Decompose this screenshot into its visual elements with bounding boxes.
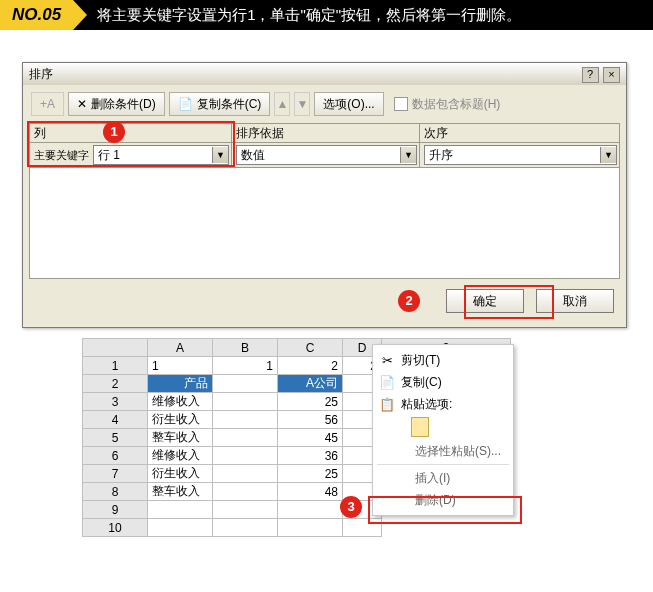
cell[interactable] [213,393,278,411]
options-button[interactable]: 选项(O)... [314,92,383,116]
row-header[interactable]: 1 [83,357,148,375]
col-B[interactable]: B [213,339,278,357]
cell[interactable] [213,411,278,429]
scissors-icon: ✂ [379,353,395,368]
order-select[interactable]: 升序 ▼ [424,145,617,165]
help-button[interactable]: ? [582,67,599,83]
row-header[interactable]: 2 [83,375,148,393]
cell[interactable]: 45 [278,429,343,447]
step-number: NO.05 [0,0,73,30]
header-checkbox[interactable]: 数据包含标题(H) [394,96,501,113]
copy-icon: 📄 [379,375,395,390]
cell[interactable] [278,519,343,537]
row-header[interactable]: 7 [83,465,148,483]
sortby-select[interactable]: 数值 ▼ [236,145,417,165]
field-select[interactable]: 行 1 ▼ [93,145,229,165]
cell[interactable]: 产品 [148,375,213,393]
cell[interactable] [213,447,278,465]
chevron-down-icon: ▼ [400,147,416,163]
header-sortby: 排序依据 [231,123,419,143]
cell[interactable]: 48 [278,483,343,501]
cell[interactable] [213,375,278,393]
context-menu: ✂剪切(T) 📄复制(C) 📋粘贴选项: 选择性粘贴(S)... 插入(I) 删… [372,344,514,516]
header-column: 列 [29,123,231,143]
cell[interactable] [213,429,278,447]
callout-2: 2 [398,290,420,312]
delete-condition-button[interactable]: ✕ 删除条件(D) [68,92,165,116]
cell[interactable]: 25 [278,465,343,483]
menu-paste-special[interactable]: 选择性粘贴(S)... [373,440,513,462]
header-order: 次序 [419,123,620,143]
cell[interactable] [382,519,511,537]
cell[interactable] [213,483,278,501]
cell[interactable] [213,501,278,519]
cancel-button[interactable]: 取消 [536,289,614,313]
cell[interactable]: 维修收入 [148,393,213,411]
sort-dialog: 排序 ? × +A ✕ 删除条件(D) 📄 复制条件(C) ▲ ▼ 选项(O).… [22,62,627,328]
menu-cut[interactable]: ✂剪切(T) [373,349,513,371]
row-header[interactable]: 5 [83,429,148,447]
row-header[interactable]: 3 [83,393,148,411]
row-header[interactable]: 10 [83,519,148,537]
cell[interactable]: 1 [213,357,278,375]
chevron-down-icon: ▼ [212,147,228,163]
cell[interactable] [343,519,382,537]
cell[interactable] [278,501,343,519]
ok-button[interactable]: 确定 [446,289,524,313]
cell[interactable] [148,519,213,537]
callout-3: 3 [340,496,362,518]
cell[interactable]: 整车收入 [148,429,213,447]
banner-text: 将主要关键字设置为行1，单击"确定"按钮，然后将第一行删除。 [97,0,521,30]
cell[interactable]: 衍生收入 [148,465,213,483]
cell[interactable] [148,501,213,519]
row-header[interactable]: 6 [83,447,148,465]
menu-paste-options: 📋粘贴选项: [373,393,513,415]
cell[interactable]: 维修收入 [148,447,213,465]
instruction-banner: NO.05 将主要关键字设置为行1，单击"确定"按钮，然后将第一行删除。 [0,0,653,30]
paste-option-icon[interactable] [411,417,429,437]
sort-criteria-row: 主要关键字 行 1 ▼ 数值 ▼ 升序 ▼ [29,143,620,168]
callout-1: 1 [103,121,125,143]
menu-insert[interactable]: 插入(I) [373,467,513,489]
row-header[interactable]: 4 [83,411,148,429]
primary-key-label: 主要关键字 [32,147,91,164]
close-button[interactable]: × [603,67,620,83]
cell[interactable]: 25 [278,393,343,411]
cell[interactable]: A公司 [278,375,343,393]
cell[interactable]: 1 [148,357,213,375]
col-A[interactable]: A [148,339,213,357]
plus-icon: +A [40,97,55,111]
chevron-down-icon: ▼ [600,147,616,163]
cell[interactable]: 整车收入 [148,483,213,501]
menu-delete[interactable]: 删除(D) [373,489,513,511]
cell[interactable] [213,519,278,537]
criteria-list-area [29,168,620,279]
copy-condition-button[interactable]: 📄 复制条件(C) [169,92,271,116]
titlebar: 排序 ? × [23,63,626,85]
cell[interactable]: 56 [278,411,343,429]
add-condition-button[interactable]: +A [31,92,64,116]
col-C[interactable]: C [278,339,343,357]
cell[interactable]: 36 [278,447,343,465]
cell[interactable]: 衍生收入 [148,411,213,429]
row-header[interactable]: 9 [83,501,148,519]
corner-cell[interactable] [83,339,148,357]
cell[interactable]: 2 [278,357,343,375]
cell[interactable] [213,465,278,483]
spreadsheet: A B C D 3 111222产品A公司3维修收入254衍生收入565整车收入… [82,338,653,537]
clipboard-icon: 📋 [379,397,395,412]
row-header[interactable]: 8 [83,483,148,501]
move-down-button[interactable]: ▼ [294,92,310,116]
dialog-toolbar: +A ✕ 删除条件(D) 📄 复制条件(C) ▲ ▼ 选项(O)... 数据包含… [23,85,626,121]
move-up-button[interactable]: ▲ [274,92,290,116]
checkbox-icon [394,97,408,111]
dialog-title: 排序 [29,63,53,85]
table-row: 10 [83,519,511,537]
menu-copy[interactable]: 📄复制(C) [373,371,513,393]
